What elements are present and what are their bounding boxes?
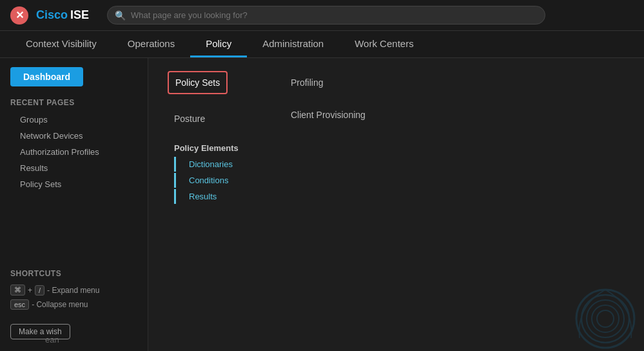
policy-sets-item[interactable]: Policy Sets xyxy=(168,71,228,94)
dictionaries-link[interactable]: Dictionaries xyxy=(174,157,239,172)
shortcut-key-slash: / xyxy=(35,285,44,296)
sidebar-item-authorization-profiles[interactable]: Authorization Profiles xyxy=(10,145,137,159)
shortcut-collapse: esc - Collapse menu xyxy=(10,299,137,310)
shortcut-plus: + xyxy=(28,286,32,295)
tab-work-centers[interactable]: Work Centers xyxy=(339,33,429,57)
main-content: Policy Sets Posture Policy Elements Dict… xyxy=(148,58,644,351)
posture-item[interactable]: Posture xyxy=(168,107,246,130)
sidebar-item-policy-sets[interactable]: Policy Sets xyxy=(10,177,137,192)
sidebar: Dashboard Recent Pages Groups Network De… xyxy=(0,58,148,351)
policy-menu: Policy Sets Posture Policy Elements Dict… xyxy=(168,71,625,205)
search-bar: 🔍 xyxy=(107,6,545,25)
topbar: ✕ Cisco ISE 🔍 xyxy=(0,0,644,31)
shortcuts-title: Shortcuts xyxy=(10,269,137,278)
client-provisioning-item[interactable]: Client Provisioning xyxy=(284,103,372,126)
shortcut-expand-label: - Expand menu xyxy=(47,286,99,295)
make-wish-button[interactable]: Make a wish xyxy=(10,324,70,339)
shortcut-key-cmd: ⌘ xyxy=(10,285,25,296)
search-icon: 🔍 xyxy=(115,10,126,21)
shortcuts-section: Shortcuts ⌘ + / - Expand menu esc - Coll… xyxy=(0,269,148,319)
shortcut-expand: ⌘ + / - Expand menu xyxy=(10,285,137,296)
shortcut-collapse-label: - Collapse menu xyxy=(32,300,88,309)
tab-policy[interactable]: Policy xyxy=(190,33,247,57)
shortcut-key-esc: esc xyxy=(10,299,29,310)
tab-administration[interactable]: Administration xyxy=(247,33,339,57)
user-name: ean xyxy=(45,335,59,345)
recent-pages-title: Recent Pages xyxy=(10,98,137,107)
sidebar-top: Dashboard Recent Pages Groups Network De… xyxy=(0,58,148,193)
close-icon: ✕ xyxy=(15,10,24,21)
brand-product: ISE xyxy=(70,8,89,22)
close-button[interactable]: ✕ xyxy=(10,6,28,25)
tab-context-visibility[interactable]: Context Visibility xyxy=(10,33,112,57)
brand-logo: Cisco ISE xyxy=(36,8,89,22)
sidebar-bottom: Shortcuts ⌘ + / - Expand menu esc - Coll… xyxy=(0,269,148,345)
results-link[interactable]: Results xyxy=(174,189,239,204)
policy-col-1: Policy Sets Posture Policy Elements Dict… xyxy=(168,71,246,205)
tab-operations[interactable]: Operations xyxy=(112,33,190,57)
dashboard-button[interactable]: Dashboard xyxy=(10,67,83,86)
brand-cisco: Cisco xyxy=(36,8,68,22)
profiling-item[interactable]: Profiling xyxy=(284,71,372,94)
policy-elements-label: Policy Elements xyxy=(168,137,246,155)
conditions-link[interactable]: Conditions xyxy=(174,173,239,188)
policy-col-2: Profiling Client Provisioning xyxy=(284,71,372,205)
sidebar-item-groups[interactable]: Groups xyxy=(10,112,137,127)
search-input[interactable] xyxy=(107,6,545,25)
sidebar-item-results[interactable]: Results xyxy=(10,161,137,176)
sidebar-item-network-devices[interactable]: Network Devices xyxy=(10,128,137,143)
nav-tabs: Context Visibility Operations Policy Adm… xyxy=(0,31,644,58)
